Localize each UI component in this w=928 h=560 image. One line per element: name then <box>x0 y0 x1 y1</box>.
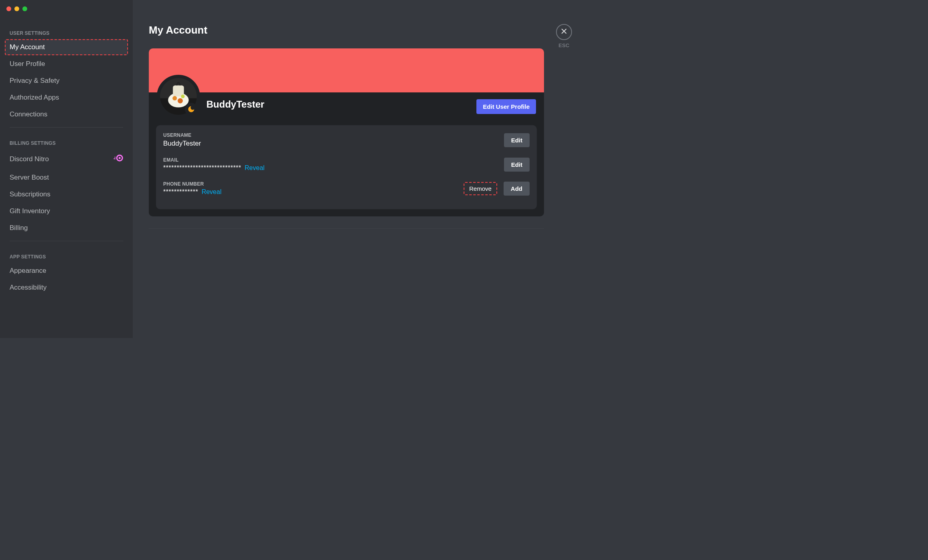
edit-email-button[interactable]: Edit <box>504 158 530 172</box>
field-phone: PHONE NUMBER ************* Reveal Remove… <box>163 181 530 196</box>
settings-content: ESC My Account <box>133 0 600 338</box>
section-divider <box>149 228 544 229</box>
username-value: BuddyTester <box>163 140 201 148</box>
sidebar-item-my-account[interactable]: My Account <box>5 39 128 55</box>
sidebar-item-label: Discord Nitro <box>10 155 49 163</box>
close-button[interactable] <box>556 24 572 40</box>
esc-label: ESC <box>556 42 572 48</box>
sidebar-item-label: Gift Inventory <box>10 207 50 215</box>
add-phone-button[interactable]: Add <box>504 182 530 196</box>
sidebar-item-label: Server Boost <box>10 174 49 182</box>
remove-phone-button[interactable]: Remove <box>464 182 497 195</box>
sidebar-heading-user-settings: USER SETTINGS <box>5 24 128 39</box>
field-label: EMAIL <box>163 157 264 163</box>
window-minimize-dot[interactable] <box>14 6 19 11</box>
sidebar-item-gift-inventory[interactable]: Gift Inventory <box>5 203 128 219</box>
sidebar-item-label: Billing <box>10 224 28 232</box>
sidebar-item-label: User Profile <box>10 60 45 68</box>
close-wrap: ESC <box>556 24 572 48</box>
sidebar-heading-app-settings: APP SETTINGS <box>5 246 128 263</box>
sidebar-item-label: Authorized Apps <box>10 94 59 102</box>
svg-rect-1 <box>114 158 116 159</box>
account-fields: USERNAME BuddyTester Edit EMAIL ********… <box>156 125 537 209</box>
page-title: My Account <box>149 24 572 36</box>
window-traffic-lights <box>6 6 27 11</box>
sidebar-item-appearance[interactable]: Appearance <box>5 263 128 279</box>
nitro-icon <box>114 153 123 165</box>
field-username: USERNAME BuddyTester Edit <box>163 132 530 148</box>
sidebar-item-label: Connections <box>10 110 48 118</box>
sidebar-item-accessibility[interactable]: Accessibility <box>5 280 128 296</box>
settings-sidebar: USER SETTINGS My Account User Profile Pr… <box>0 0 133 338</box>
sidebar-item-label: Accessibility <box>10 284 47 292</box>
sidebar-item-subscriptions[interactable]: Subscriptions <box>5 186 128 202</box>
sidebar-item-authorized-apps[interactable]: Authorized Apps <box>5 90 128 106</box>
svg-rect-0 <box>114 157 116 158</box>
svg-point-11 <box>178 98 183 104</box>
sidebar-divider <box>10 127 123 128</box>
field-email: EMAIL ***************************** Reve… <box>163 157 530 172</box>
status-idle-icon <box>185 103 198 116</box>
window-zoom-dot[interactable] <box>22 6 27 11</box>
avatar[interactable] <box>157 75 200 118</box>
reveal-phone-link[interactable]: Reveal <box>202 188 222 195</box>
sidebar-item-label: Appearance <box>10 267 46 275</box>
sidebar-item-discord-nitro[interactable]: Discord Nitro <box>5 149 128 169</box>
sidebar-item-label: Subscriptions <box>10 190 50 198</box>
sidebar-item-label: My Account <box>10 43 45 51</box>
sidebar-item-billing[interactable]: Billing <box>5 220 128 236</box>
sidebar-item-server-boost[interactable]: Server Boost <box>5 170 128 186</box>
display-name: BuddyTester <box>206 83 476 110</box>
reveal-email-link[interactable]: Reveal <box>245 164 265 171</box>
email-value-masked: ***************************** <box>163 164 241 171</box>
svg-point-12 <box>181 94 184 98</box>
sidebar-item-label: Privacy & Safety <box>10 77 60 85</box>
edit-user-profile-button[interactable]: Edit User Profile <box>476 99 536 114</box>
profile-row: BuddyTester Edit User Profile <box>149 75 544 118</box>
sidebar-item-user-profile[interactable]: User Profile <box>5 56 128 72</box>
close-icon <box>560 28 568 36</box>
svg-point-3 <box>119 157 121 159</box>
account-card: BuddyTester Edit User Profile USERNAME B… <box>149 48 544 216</box>
svg-point-10 <box>172 96 177 100</box>
phone-value-masked: ************* <box>163 188 198 195</box>
edit-username-button[interactable]: Edit <box>504 133 530 147</box>
sidebar-item-connections[interactable]: Connections <box>5 106 128 122</box>
sidebar-divider <box>10 241 123 241</box>
field-label: PHONE NUMBER <box>163 181 222 187</box>
field-label: USERNAME <box>163 132 201 138</box>
sidebar-heading-billing-settings: BILLING SETTINGS <box>5 132 128 149</box>
sidebar-item-privacy-safety[interactable]: Privacy & Safety <box>5 73 128 89</box>
window-close-dot[interactable] <box>6 6 11 11</box>
